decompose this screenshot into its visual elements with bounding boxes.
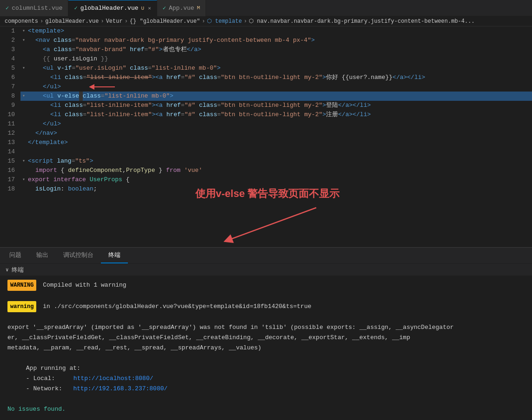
code-line-8: ▾ <ul v-else class = "list-inline mb-0" … [20,92,532,101]
line-numbers: 1 2 3 4 5 6 7 8 9 10 11 12 13 14 15 16 1… [0,26,19,247]
code-line-16: import { defineComponent , PropType } fr… [20,166,532,175]
code-line-15: ▾ <script lang = "ts" > [20,157,532,166]
terminal-header: ∨ 终端 [0,264,532,276]
network-url-line: - Network: http://192.168.3.237:8080/ [7,384,525,394]
warning-badge: WARNING [7,280,36,291]
terminal-content: WARNING Compiled with 1 warning warning … [0,276,532,418]
terminal-header-label: 终端 [12,266,24,274]
tab-label-globalheader: globalHeader.vue [80,5,139,12]
panel-tab-output-label: 输出 [36,251,48,259]
tab-close-globalheader[interactable]: ✕ [148,5,151,11]
code-line-6: <li class = "list-inline-item" > <a href… [20,73,532,82]
export-warning-line3: metadata, __param, __read, __rest, __spr… [7,343,525,353]
terminal-blank-3 [7,353,525,363]
tab-modifier-appvue: M [197,5,200,11]
panel-tab-debug[interactable]: 调试控制台 [56,247,101,263]
warning-small-badge: warning [7,301,36,312]
warning-path-text: in ./src/components/globalHeader.vue?vue… [43,303,311,310]
code-line-12: </nav> [20,129,532,138]
breadcrumb-nav: ⬡ nav.navbar.navbar-dark.bg-primary.just… [249,18,474,25]
breadcrumb-vetur: Vetur [106,18,123,25]
no-issues-text: No issues found. [7,406,66,413]
code-content: ▾ <template> ▾ <nav class = "navbar navb… [19,26,532,247]
tab-modifier-globalheader: U [141,6,145,11]
terminal-blank-1 [7,291,525,301]
breadcrumb-braces: {} "globalHeader.vue" [130,18,200,25]
warning-path-line: warning in ./src/components/globalHeader… [7,301,525,312]
code-line-10: <li class = "list-inline-item" > <a href… [20,110,532,119]
panel-tab-terminal[interactable]: 终端 [101,247,128,263]
export-warning-line1: export '__spreadArray' (imported as '__s… [7,322,525,333]
tab-icon-columnlist: ✓ [6,5,9,12]
tab-label-columnlist: columnList.vue [12,5,62,12]
panel-tab-issues[interactable]: 问题 [2,247,29,263]
breadcrumb-file: globalHeader.vue [45,18,99,25]
code-line-1: ▾ <template> [20,26,532,36]
breadcrumb: components › globalHeader.vue › Vetur › … [0,16,532,26]
panel-tabs: 问题 输出 调试控制台 终端 [0,248,532,264]
tab-globalheader[interactable]: ✓ globalHeader.vue U ✕ [68,0,157,16]
panel-tab-debug-label: 调试控制台 [63,251,93,259]
warning-compiled-line: WARNING Compiled with 1 warning [7,280,525,291]
local-url-line: - Local: http://localhost:8080/ [7,374,525,384]
warning-compiled-text: Compiled with 1 warning [43,282,126,289]
app-running-line: App running at: [7,363,525,374]
code-line-9: <li class = "list-inline-item" > <a href… [20,101,532,110]
network-url: http://192.168.3.237:8080/ [73,385,167,392]
code-line-2: ▾ <nav class = "navbar navbar-dark bg-pr… [20,36,532,45]
terminal-blank-4 [7,394,525,404]
code-line-4: {{ user.isLogin }} [20,54,532,64]
network-label: - Network: [26,385,62,392]
breadcrumb-components: components [5,18,38,25]
tab-icon-appvue: ✓ [163,5,166,12]
editor-area: 1 2 3 4 5 6 7 8 9 10 11 12 13 14 15 16 1… [0,26,532,247]
arrow-line7 [89,83,117,91]
local-url: http://localhost:8080/ [73,375,153,382]
code-line-17: ▾ export interface UserProps { [20,175,532,184]
code-line-13: </template> [20,138,532,147]
breadcrumb-template: ⬡ template [207,18,242,25]
local-label: - Local: [26,375,55,382]
tab-appvue[interactable]: ✓ App.vue M [157,0,206,16]
code-line-5: ▾ <ul v-if = "user.isLogin" class = "lis… [20,64,532,73]
terminal-blank-2 [7,312,525,322]
app-running-text: App running at: [26,365,80,372]
tab-bar: ✓ columnList.vue ✓ globalHeader.vue U ✕ … [0,0,532,16]
panel-tab-issues-label: 问题 [9,251,21,259]
code-line-7: </ul> [20,82,532,92]
panel-tab-terminal-label: 终端 [108,251,120,259]
export-warning-line2: er, __classPrivateFieldGet, __classPriva… [7,333,525,343]
code-line-18: isLogin : boolean ; [20,184,532,194]
tab-label-appvue: App.vue [169,5,194,12]
panel-tab-output[interactable]: 输出 [29,247,56,263]
tab-columnlist[interactable]: ✓ columnList.vue [0,0,68,16]
bottom-panel: 问题 输出 调试控制台 终端 ∨ 终端 WARNING Compiled wit… [0,247,532,418]
no-issues-line: No issues found. [7,404,525,414]
code-line-14 [20,147,532,157]
code-line-3: <a class = "navbar-brand" href = "#" > 者… [20,45,532,54]
terminal-chevron-icon: ∨ [6,267,9,273]
tab-icon-globalheader: ✓ [74,5,77,12]
code-line-11: </ul> [20,119,532,129]
